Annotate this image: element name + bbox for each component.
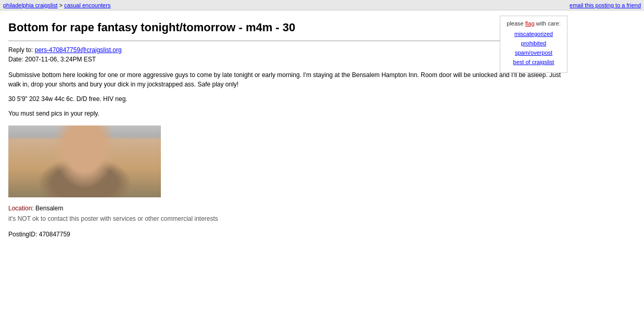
body-paragraph-1: Submissive bottom here looking for one o… [8,70,564,89]
email-posting-link[interactable]: email this posting to a friend [570,2,641,8]
flag-header-before: please [507,20,523,27]
posting-id-label: PostingID: [8,231,37,238]
flag-header-after: with care: [536,20,561,27]
post-title: Bottom for rape fantasy tonight/tomorrow… [8,21,564,34]
title-divider [8,41,564,41]
reply-label: Reply to: [8,46,33,54]
category-link[interactable]: casual encounters [64,2,110,8]
flag-miscategorized[interactable]: miscategorized [507,31,561,37]
posting-id: PostingID: 470847759 [8,231,564,238]
flag-word[interactable]: flag [525,20,535,27]
posting-id-value: 470847759 [39,231,70,238]
top-bar: philadelphia craigslist > casual encount… [0,0,644,10]
location-value: Bensalem [35,205,63,212]
post-date: Date: 2007-11-06, 3:24PM EST [8,56,564,63]
flag-spam[interactable]: spam/overpost [507,49,561,56]
post-image [8,125,161,197]
site-link[interactable]: philadelphia craigslist [3,2,58,8]
flag-best-of[interactable]: best of craigslist [507,59,561,65]
date-label: Date: [8,56,23,63]
reply-info: Reply to: pers-470847759@craigslist.org [8,46,564,54]
date-value: 2007-11-06, 3:24PM EST [25,56,96,63]
reply-email-link[interactable]: pers-470847759@craigslist.org [35,46,122,54]
email-link-container: email this posting to a friend [570,2,641,8]
location-section: Location: Bensalem [8,205,564,212]
post-body: Submissive bottom here looking for one o… [8,70,564,118]
breadcrumb-separator: > [59,2,62,8]
breadcrumb: philadelphia craigslist > casual encount… [3,2,110,8]
main-content: please flag with care: miscategorized pr… [0,10,573,243]
flag-header: please flag with care: [507,20,561,27]
body-paragraph-2: 30 5'9" 202 34w 44c 6c. D/D free. HIV ne… [8,94,564,104]
location-label: Location: [8,205,34,212]
flag-box: please flag with care: miscategorized pr… [500,16,567,73]
body-paragraph-3: You must send pics in your reply. [8,109,564,118]
post-image-block [8,125,564,197]
flag-prohibited[interactable]: prohibited [507,40,561,46]
contact-notice: it's NOT ok to contact this poster with … [8,215,564,222]
